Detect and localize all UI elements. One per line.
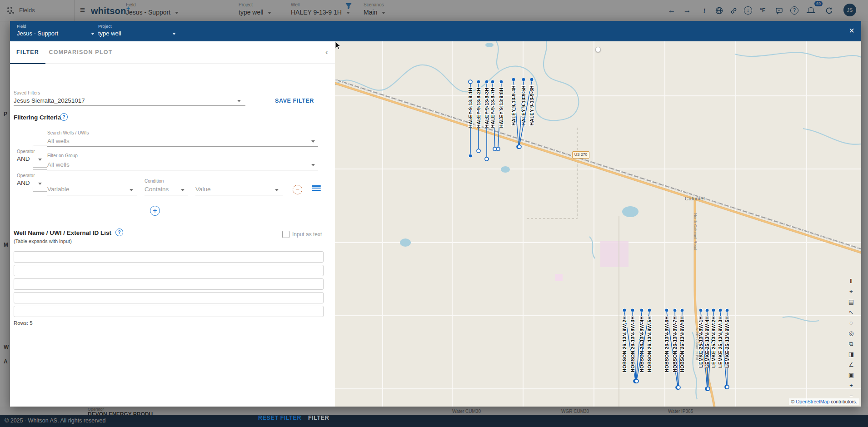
value-select[interactable]: Value [195,186,211,193]
help-icon[interactable]: ? [60,113,68,121]
well-list-row[interactable] [14,265,324,276]
well-surface-marker[interactable] [648,308,651,312]
style-icon[interactable]: ◨ [847,350,856,359]
well-surface-marker[interactable] [485,80,489,84]
well-label: HALEY 9-13-9-4H [511,85,516,126]
well-surface-marker[interactable] [718,308,722,312]
input-as-text-label: Input as text [292,231,322,238]
well-surface-marker[interactable] [491,80,494,84]
chevron-down-icon[interactable] [130,189,133,191]
well-bottom-marker[interactable] [477,149,480,153]
well-label: LEMKE 25-13N-9W-5H [724,316,730,368]
map-marker[interactable] [595,47,601,52]
well-bottom-marker[interactable] [725,385,729,389]
well-surface-marker[interactable] [499,80,503,84]
map-wells-layer[interactable]: HALEY 9-13-9-1HHALEY 9-13-9-2HHALEY 9-13… [335,41,861,407]
well-surface-marker[interactable] [665,308,668,312]
well-list-row[interactable] [14,306,324,317]
well-surface-marker[interactable] [623,308,626,312]
row-count-label: Rows: 5 [14,320,33,326]
search-wells-label: Search Wells / UWIs [47,130,89,135]
input-as-text-checkbox[interactable] [282,231,289,238]
well-surface-marker[interactable] [712,308,715,312]
condition-menu-icon[interactable] [312,185,321,193]
condition-select[interactable]: Contains [145,186,169,193]
variable-select[interactable]: Variable [47,186,70,193]
close-icon[interactable]: × [846,25,857,36]
well-label: HOBSON 26-13N-9W-3H [630,316,635,372]
chevron-down-icon [91,33,95,35]
well-surface-marker[interactable] [725,308,729,312]
well-bottom-marker[interactable] [469,154,472,158]
search-wells-input[interactable]: All wells [47,138,70,144]
well-bottom-marker[interactable] [496,147,500,151]
map-attribution: © OpenStreetMap contributors. [789,398,860,405]
well-label: HALEY 9-13-9-7H [490,88,495,128]
remove-condition-button[interactable]: − [293,185,302,194]
dialog-header: Field Jesus - Support Project type well … [10,21,861,41]
chevron-down-icon[interactable] [311,164,315,166]
map-canvas[interactable]: HALEY 9-13-9-1HHALEY 9-13-9-2HHALEY 9-13… [335,41,861,407]
road-label: North Calumet Rd [695,328,699,360]
chevron-down-icon[interactable] [38,159,42,161]
well-list-title: Well Name / UWI / External ID List [14,229,111,236]
collapse-panel-icon[interactable]: ‹ [325,48,328,57]
well-bottom-marker[interactable] [677,386,680,389]
layers-icon[interactable]: ⧉ [847,339,856,348]
well-list-row[interactable] [14,251,324,263]
chevron-down-icon[interactable] [237,100,241,102]
well-bottom-marker[interactable] [635,379,639,383]
filtering-criteria-title: Filtering Criteria [14,114,61,121]
well-label: HOBSON 26-13N-9W-8H [679,316,685,372]
chevron-down-icon[interactable] [38,183,42,185]
filter-button[interactable]: FILTER [308,415,329,421]
well-bottom-marker[interactable] [518,145,521,149]
chevron-down-icon[interactable] [275,189,279,191]
zoom-in-icon[interactable]: + [847,381,856,390]
well-label: HOBSON 26-13N-9W-2H [622,316,627,372]
chevron-down-icon[interactable] [311,140,315,143]
file-icon[interactable]: ▤ [847,298,856,307]
reset-filter-button[interactable]: RESET FILTER [258,415,301,421]
well-surface-marker[interactable] [530,78,534,81]
well-label: HALEY 9-13-9-6H [529,85,534,126]
dialog-project-selector[interactable]: Project type well [98,24,179,37]
well-surface-marker[interactable] [469,80,472,84]
well-list-row[interactable] [14,278,324,290]
well-surface-marker[interactable] [631,308,634,312]
well-surface-marker[interactable] [705,308,709,312]
well-bottom-marker[interactable] [706,387,710,391]
tab-comparison-plot[interactable]: COMPARISON PLOT [45,41,116,63]
saved-filters-select[interactable]: Jesus Sierralta_20251017 [14,97,85,104]
well-surface-marker[interactable] [680,308,684,312]
chevron-down-icon[interactable] [181,189,185,191]
well-label: HOBSON 26-13N-9W-6H [664,316,669,372]
cursor-select-icon[interactable]: ↖ [847,308,856,317]
filter-on-group-input[interactable]: All wells [47,161,70,168]
operator-select[interactable]: AND [17,155,30,162]
well-surface-marker[interactable] [522,78,525,81]
hide-labels-icon[interactable]: ◎ [847,329,856,338]
road-label: North Calumet Road [693,213,698,250]
help-icon[interactable]: ? [115,228,123,236]
well-surface-marker[interactable] [477,80,480,84]
save-filter-button[interactable]: SAVE FILTER [275,98,314,104]
well-list-row[interactable] [14,292,324,303]
pause-icon[interactable]: Ⅱ [847,277,856,286]
lasso-select-icon[interactable]: ◌ [847,318,856,328]
extent-icon[interactable]: ▣ [847,371,856,380]
well-surface-marker[interactable] [673,308,677,312]
well-surface-marker[interactable] [512,78,515,81]
tab-filter[interactable]: FILTER [10,41,45,64]
target-icon[interactable]: ⌖ [847,287,856,296]
well-bottom-marker[interactable] [485,157,489,161]
well-surface-marker[interactable] [640,308,644,312]
dialog-field-selector[interactable]: Field Jesus - Support [17,24,98,37]
measure-icon[interactable]: ∠ [847,360,856,369]
operator-select[interactable]: AND [17,179,30,186]
add-condition-button[interactable]: + [150,206,160,216]
well-label: HOBSON 26-13N-9W-5H [647,316,652,372]
openstreetmap-link[interactable]: OpenStreetMap [796,399,829,404]
well-label: HALEY 9-13-9-5H [521,85,526,126]
well-surface-marker[interactable] [699,308,703,312]
